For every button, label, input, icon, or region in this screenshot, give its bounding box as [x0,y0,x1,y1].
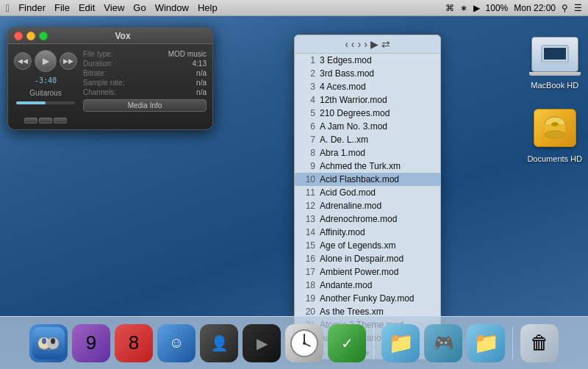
item-number: 19 [301,293,315,304]
item-number: 16 [301,254,315,264]
playlist-item[interactable]: 12Adrenaline.mod [295,199,440,212]
dock-reminders[interactable]: 9 [72,324,110,362]
sample-rate-label: Sample rate: [83,79,125,87]
menu-view[interactable]: View [104,2,124,13]
documents-hd-icon[interactable]: Documents HD [527,104,582,163]
playlist-item[interactable]: 11Acid God.mod [295,186,440,199]
sample-rate-val: n/a [196,79,207,87]
item-name: Achmed the Turk.xm [320,161,401,171]
menubar:  Finder File Edit View Go Window Help ⌘… [0,0,588,16]
dock-separator [373,326,374,360]
vox-info: File type: MOD music Duration: 4:13 Bitr… [83,50,207,123]
item-number: 1 [301,55,315,65]
playlist-item[interactable]: 6A Jam No. 3.mod [295,120,440,133]
time-elapsed: -3:40 [35,76,57,85]
nav-back[interactable]: ‹ [345,38,348,50]
svg-point-15 [303,342,306,345]
next-button[interactable]: ▶▶ [60,52,77,70]
dock-trash[interactable]: 🗑 [520,324,559,362]
playlist-item[interactable]: 7A. De. L..xm [295,133,440,146]
item-name: Another Funky Day.mod [320,293,415,304]
nav-forward2[interactable]: › [364,38,368,50]
dock-folder1[interactable]: 📁 [381,324,420,362]
menu-help[interactable]: Help [198,2,218,13]
svg-point-11 [51,338,55,344]
menu-go[interactable]: Go [133,2,146,13]
volume-icon[interactable]: ▶ [473,3,480,13]
dock-folder2[interactable]: 📁 [467,324,505,362]
wifi-icon: ⌘ [445,3,454,13]
vox-content: ◀◀ ▶ ▶▶ -3:40 Guitarous File type: [8,44,212,129]
menu-file[interactable]: File [54,2,70,13]
item-name: As the Trees.xm [320,307,384,317]
app-name[interactable]: Finder [18,2,46,13]
playlist-item[interactable]: 5210 Degrees.mod [295,107,440,120]
playlist-item[interactable]: 13 Edges.mod [295,54,440,67]
item-number: 17 [301,267,315,277]
vox-controls: ◀◀ ▶ ▶▶ -3:40 Guitarous [14,50,77,123]
item-name: 210 Degrees.mod [320,108,390,118]
dock-finder[interactable] [29,324,68,362]
documents-hd-label: Documents HD [527,154,582,163]
nav-forward[interactable]: › [358,38,362,50]
dock-addressbook[interactable]: 👤 [200,324,238,362]
playlist-item[interactable]: 19Another Funky Day.mod [295,292,440,305]
playlist-item[interactable]: 412th Warrior.mod [295,93,440,107]
search-icon[interactable]: ⚲ [562,3,568,13]
vox-player: Vox ◀◀ ▶ ▶▶ -3:40 Guitarous [7,27,213,130]
playlist-nav: ‹ ‹ › › ▶ ⇄ [345,38,390,50]
playlist-item[interactable]: 34 Aces.mod [295,80,440,93]
maximize-button[interactable] [39,32,48,40]
playlist-item[interactable]: 10Acid Flashback.mod [295,173,440,186]
nav-shuffle[interactable]: ⇄ [381,38,390,50]
svg-rect-2 [540,62,570,65]
playlist-item[interactable]: 9Achmed the Turk.xm [295,160,440,173]
dock-speakers[interactable]: ▶ [243,324,281,362]
playlist-item[interactable]: 17Ambient Power.mod [295,265,440,279]
nav-back2[interactable]: ‹ [351,38,355,50]
playlist-item[interactable]: 8Abra 1.mod [295,146,440,160]
playlist-item[interactable]: 16Alone in Despair.mod [295,252,440,265]
playlist-item[interactable]: 23rd Bass.mod [295,67,440,80]
eq-seg-3 [54,118,67,123]
playlist-item[interactable]: 18Andante.mod [295,279,440,292]
media-info-button[interactable]: Media Info [83,99,207,112]
volume-slider[interactable] [16,101,75,104]
prev-button[interactable]: ◀◀ [14,52,32,70]
playlist-item[interactable]: 15Age of Legends.xm [295,239,440,252]
dock-finder2[interactable]: ☺ [157,324,196,362]
dock-numbers[interactable]: 8 [115,324,153,362]
menu-extras-icon[interactable]: ☰ [574,3,582,13]
dock-clock[interactable] [285,324,323,362]
close-button[interactable] [14,32,23,40]
item-name: Affinity.mod [320,227,365,237]
eq-bar [24,109,67,123]
item-name: Acid God.mod [320,187,376,198]
item-name: Adrenaline.mod [320,201,381,211]
playlist-item[interactable]: 14Affinity.mod [295,226,440,239]
item-number: 14 [301,227,315,237]
desktop-icons: MacBook HD Documents HD [527,31,582,163]
playlist-item[interactable]: 13Adrenochrome.mod [295,212,440,226]
bitrate-val: n/a [196,69,207,77]
duration-val: 4:13 [193,60,207,68]
menu-window[interactable]: Window [155,2,189,13]
dock-games[interactable]: 🎮 [424,324,462,362]
desktop: MacBook HD Documents HD [0,16,588,326]
minimize-button[interactable] [26,32,35,40]
nav-play[interactable]: ▶ [370,38,379,50]
dock-omnifocus[interactable]: ✓ [328,324,366,362]
file-type-val: MOD music [168,50,207,58]
menu-edit[interactable]: Edit [79,2,95,13]
play-button[interactable]: ▶ [35,50,57,72]
clock: Mon 22:00 [514,3,556,13]
duration-row: Duration: 4:13 [83,60,207,68]
apple-menu[interactable]:  [6,2,10,14]
volume-fill [16,101,46,104]
macbook-hd-icon[interactable]: MacBook HD [531,31,578,90]
svg-point-5 [545,131,565,138]
item-number: 15 [301,240,315,251]
file-type-label: File type: [83,50,113,58]
vox-title: Vox [54,31,192,41]
bluetooth-icon: ∗ [460,3,467,13]
